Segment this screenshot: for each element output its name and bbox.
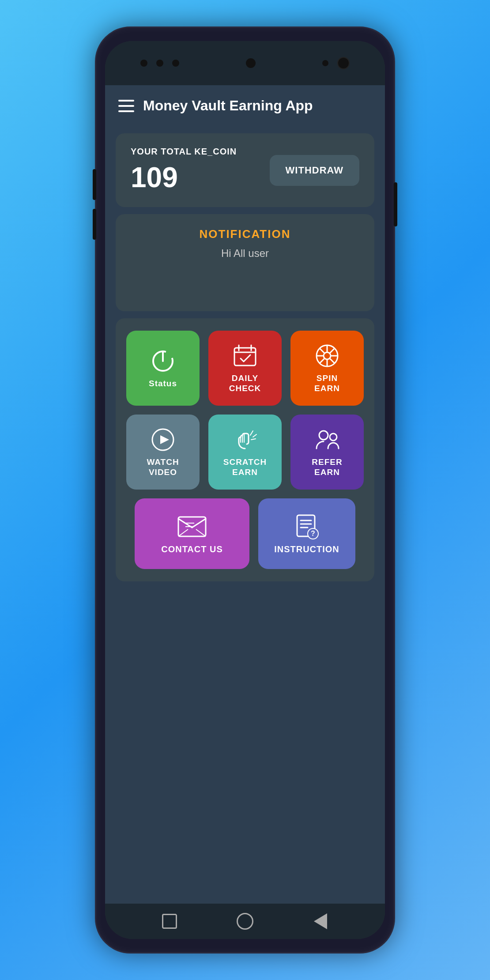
scratch-earn-label: SCRATCHEARN [223,457,267,478]
volume-up-button[interactable] [93,169,96,200]
svg-rect-2 [234,348,256,366]
svg-marker-17 [160,435,169,444]
coin-label: YOUR TOTAL KE_COIN [131,147,237,157]
svg-line-12 [320,348,324,353]
contact-us-button[interactable]: CONTACT US [135,498,249,569]
phone-screen: Money Vault Earning App YOUR TOTAL KE_CO… [105,41,385,939]
front-camera [246,58,256,68]
contact-us-label: CONTACT US [161,544,223,554]
withdraw-button[interactable]: WITHDRAW [270,155,359,186]
nav-home-button[interactable] [234,910,256,932]
notification-card: NOTIFICATION Hi All user [116,214,374,311]
daily-check-button[interactable]: DAILYCHECK [208,331,282,406]
coin-info: YOUR TOTAL KE_COIN 109 [131,147,237,194]
daily-check-label: DAILYCHECK [229,373,261,394]
recent-apps-icon [162,914,177,929]
watch-video-button[interactable]: WATCHVIDEO [126,415,200,490]
hamburger-menu-button[interactable] [118,100,134,112]
watch-video-label: WATCHVIDEO [147,457,179,478]
camera-area [140,60,179,67]
grid-row-2: WATCHVIDEO [126,415,364,490]
instruction-icon: ? [294,513,320,540]
refer-icon [314,426,340,453]
speaker [140,60,147,67]
home-icon [237,913,253,930]
actions-grid: Status DAILYC [116,318,374,581]
screen-content: Money Vault Earning App YOUR TOTAL KE_CO… [105,85,385,904]
phone-nav-bar [105,904,385,939]
svg-line-15 [320,358,324,363]
svg-line-14 [330,348,335,353]
spin-earn-label: SPINEARN [314,373,340,394]
instruction-label: INSTRUCTION [274,544,339,554]
scratch-earn-button[interactable]: SCRATCHEARN [208,415,282,490]
nav-back-button[interactable] [309,910,332,932]
power-button[interactable] [394,182,397,226]
speaker3 [172,60,179,67]
phone-device: Money Vault Earning App YOUR TOTAL KE_CO… [95,26,395,954]
app-title: Money Vault Earning App [143,98,313,114]
coin-value: 109 [131,161,237,194]
status-button[interactable]: Status [126,331,200,406]
nav-recent-apps-button[interactable] [158,910,181,932]
grid-row-1: Status DAILYC [126,331,364,406]
svg-line-19 [253,434,256,437]
rear-camera [337,57,350,69]
svg-point-7 [324,352,331,359]
phone-top-bar [105,41,385,85]
sensor1 [322,60,328,66]
spin-wheel-icon [314,343,340,369]
refer-earn-label: REFEREARN [312,457,342,478]
notification-message: Hi All user [131,247,359,260]
status-label: Status [149,379,177,389]
speaker2 [156,60,163,67]
app-header: Money Vault Earning App [105,85,385,126]
coin-card: YOUR TOTAL KE_COIN 109 WITHDRAW [116,133,374,207]
grid-row-3: CONTACT US ? [126,498,364,569]
instruction-button[interactable]: ? INSTRUCTION [258,498,355,569]
mail-icon [177,513,207,540]
play-icon [150,426,176,453]
spin-earn-button[interactable]: SPINEARN [290,331,364,406]
power-icon [150,348,176,374]
notification-title: NOTIFICATION [131,227,359,241]
scratch-icon [232,426,258,453]
svg-line-27 [196,529,206,536]
svg-point-21 [319,431,328,440]
svg-line-26 [178,529,188,536]
svg-line-13 [330,358,335,363]
calendar-check-icon [232,343,258,369]
svg-point-22 [330,433,337,441]
refer-earn-button[interactable]: REFEREARN [290,415,364,490]
svg-text:?: ? [311,530,315,537]
back-icon [314,913,327,929]
volume-down-button[interactable] [93,209,96,240]
svg-line-18 [250,431,253,435]
svg-line-20 [251,439,256,440]
sensors [322,57,350,69]
